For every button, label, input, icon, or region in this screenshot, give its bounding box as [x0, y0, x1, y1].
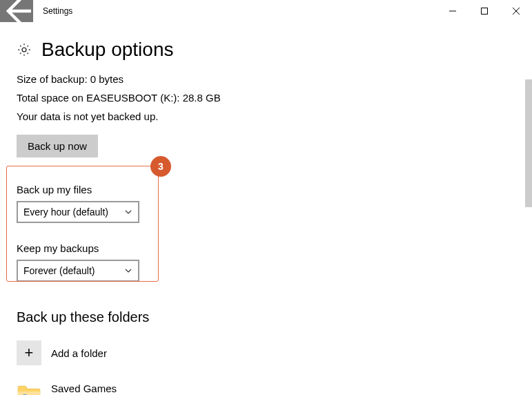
frequency-label: Back up my files — [17, 184, 532, 195]
close-icon — [513, 8, 520, 15]
frequency-value: Every hour (default) — [23, 206, 108, 218]
chevron-down-icon — [124, 208, 132, 216]
folders-heading: Back up these folders — [17, 309, 532, 325]
folder-icon — [17, 382, 41, 395]
retention-label: Keep my backups — [17, 242, 532, 254]
retention-value: Forever (default) — [23, 265, 95, 276]
plus-icon: + — [17, 340, 41, 365]
backup-now-button[interactable]: Back up now — [17, 135, 98, 157]
add-folder-label: Add a folder — [51, 347, 107, 359]
frequency-dropdown[interactable]: Every hour (default) — [17, 201, 139, 223]
window-title: Settings — [33, 0, 72, 22]
close-button[interactable] — [500, 0, 532, 22]
backup-status-text: Your data is not yet backed up. — [17, 110, 532, 122]
svg-point-1 — [22, 48, 26, 52]
add-folder-button[interactable]: + Add a folder — [17, 340, 532, 365]
maximize-button[interactable] — [469, 0, 500, 22]
svg-rect-0 — [482, 8, 488, 15]
maximize-icon — [481, 8, 488, 15]
backup-size-text: Size of backup: 0 bytes — [17, 73, 532, 85]
scrollbar-thumb[interactable] — [525, 79, 532, 207]
gear-icon — [17, 42, 32, 57]
minimize-icon — [449, 8, 456, 15]
minimize-button[interactable] — [437, 0, 469, 22]
titlebar: Settings — [0, 0, 532, 22]
content-area: Backup options Size of backup: 0 bytes T… — [0, 22, 532, 395]
page-title: Backup options — [41, 39, 173, 61]
back-button[interactable] — [0, 0, 33, 22]
total-space-text: Total space on EASEUSBOOT (K:): 28.8 GB — [17, 92, 532, 104]
folder-item[interactable]: Saved Games C:\Users\LiuJing — [17, 382, 532, 395]
chevron-down-icon — [124, 267, 132, 275]
retention-dropdown[interactable]: Forever (default) — [17, 260, 139, 282]
folder-name: Saved Games — [51, 383, 117, 394]
